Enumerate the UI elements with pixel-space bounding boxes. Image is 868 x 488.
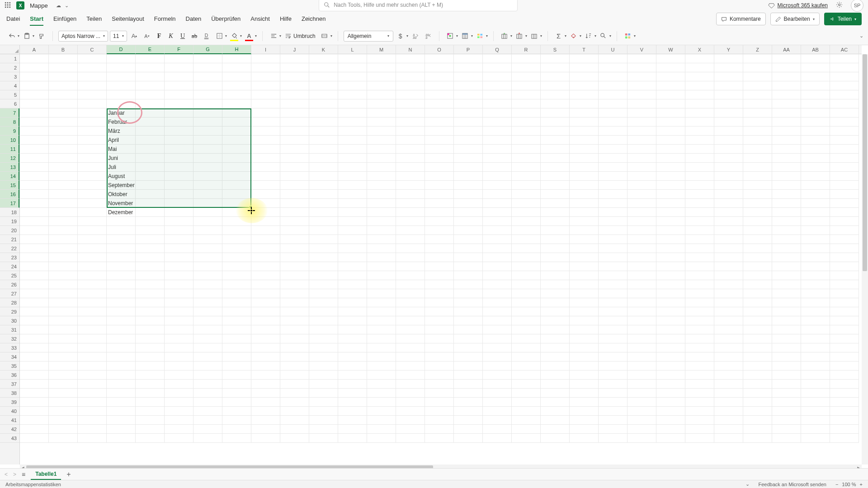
cell-D20[interactable]	[107, 226, 136, 235]
cell-A38[interactable]	[20, 389, 49, 398]
cell-Q1[interactable]	[483, 54, 512, 63]
cell-S8[interactable]	[541, 117, 570, 127]
cell-AA34[interactable]	[772, 352, 801, 361]
cell-Y5[interactable]	[714, 90, 743, 99]
cell-W3[interactable]	[656, 72, 685, 81]
cell-X9[interactable]	[685, 127, 714, 136]
cell-G11[interactable]	[193, 145, 222, 154]
cell-I34[interactable]	[251, 352, 280, 361]
cell-AC5[interactable]	[830, 90, 859, 99]
cell-M36[interactable]	[367, 371, 396, 380]
cell-H10[interactable]	[222, 136, 251, 145]
cell-K10[interactable]	[309, 136, 338, 145]
cell-O23[interactable]	[425, 253, 454, 262]
row-header-38[interactable]: 38	[0, 389, 19, 398]
cell-O3[interactable]	[425, 72, 454, 81]
cell-E8[interactable]	[136, 117, 165, 127]
cell-J4[interactable]	[280, 81, 309, 90]
cell-G42[interactable]	[193, 425, 222, 434]
cell-M2[interactable]	[367, 63, 396, 72]
cell-R36[interactable]	[512, 371, 541, 380]
cell-M6[interactable]	[367, 99, 396, 108]
cell-V17[interactable]	[627, 199, 656, 208]
cell-C29[interactable]	[78, 307, 107, 316]
cell-H12[interactable]	[222, 154, 251, 163]
zoom-level[interactable]: 100 %	[842, 482, 856, 487]
cell-A28[interactable]	[20, 298, 49, 307]
cell-E28[interactable]	[136, 298, 165, 307]
cell-D43[interactable]	[107, 434, 136, 443]
cell-S25[interactable]	[541, 271, 570, 280]
zoom-in-button[interactable]: +	[860, 482, 863, 487]
col-header-AC[interactable]: AC	[830, 45, 859, 54]
cell-F5[interactable]	[165, 90, 193, 99]
cell-Z19[interactable]	[743, 217, 772, 226]
cell-O42[interactable]	[425, 425, 454, 434]
cell-O39[interactable]	[425, 398, 454, 407]
cell-U4[interactable]	[599, 81, 627, 90]
cell-K25[interactable]	[309, 271, 338, 280]
cell-J33[interactable]	[280, 343, 309, 352]
cell-C26[interactable]	[78, 280, 107, 289]
cell-AB30[interactable]	[801, 316, 830, 325]
cell-S26[interactable]	[541, 280, 570, 289]
cell-Y29[interactable]	[714, 307, 743, 316]
cell-A14[interactable]	[20, 172, 49, 181]
cell-F21[interactable]	[165, 235, 193, 244]
cell-R37[interactable]	[512, 380, 541, 389]
cell-X43[interactable]	[685, 434, 714, 443]
cell-Q16[interactable]	[483, 190, 512, 199]
row-header-42[interactable]: 42	[0, 425, 19, 434]
cell-J26[interactable]	[280, 280, 309, 289]
cell-I3[interactable]	[251, 72, 280, 81]
cell-AA12[interactable]	[772, 154, 801, 163]
cell-Y30[interactable]	[714, 316, 743, 325]
cell-I40[interactable]	[251, 407, 280, 416]
cell-N29[interactable]	[396, 307, 425, 316]
cell-W23[interactable]	[656, 253, 685, 262]
row-header-31[interactable]: 31	[0, 325, 19, 334]
cell-Q2[interactable]	[483, 63, 512, 72]
cell-Z33[interactable]	[743, 343, 772, 352]
cell-W7[interactable]	[656, 108, 685, 117]
cell-R3[interactable]	[512, 72, 541, 81]
cell-T34[interactable]	[570, 352, 599, 361]
cell-P30[interactable]	[454, 316, 483, 325]
cell-L38[interactable]	[338, 389, 367, 398]
user-avatar[interactable]: SP	[851, 0, 863, 12]
cell-J23[interactable]	[280, 253, 309, 262]
cell-AB32[interactable]	[801, 334, 830, 343]
cell-U18[interactable]	[599, 208, 627, 217]
cells-area[interactable]: JanuarFebruarMärzAprilMaiJuniJuliAugustS…	[20, 54, 862, 465]
cell-AC33[interactable]	[830, 343, 859, 352]
cell-Y34[interactable]	[714, 352, 743, 361]
cell-J25[interactable]	[280, 271, 309, 280]
cell-M22[interactable]	[367, 244, 396, 253]
cell-H38[interactable]	[222, 389, 251, 398]
cell-P25[interactable]	[454, 271, 483, 280]
cell-G4[interactable]	[193, 81, 222, 90]
cell-AC17[interactable]	[830, 199, 859, 208]
cell-N5[interactable]	[396, 90, 425, 99]
cell-E2[interactable]	[136, 63, 165, 72]
cell-U13[interactable]	[599, 163, 627, 172]
cell-Z11[interactable]	[743, 145, 772, 154]
cell-V20[interactable]	[627, 226, 656, 235]
cell-W34[interactable]	[656, 352, 685, 361]
bold-button[interactable]: F	[154, 33, 164, 40]
cell-A5[interactable]	[20, 90, 49, 99]
cell-Z2[interactable]	[743, 63, 772, 72]
cell-AC40[interactable]	[830, 407, 859, 416]
cell-R15[interactable]	[512, 181, 541, 190]
cell-V31[interactable]	[627, 325, 656, 334]
cell-E4[interactable]	[136, 81, 165, 90]
cell-X19[interactable]	[685, 217, 714, 226]
cell-N36[interactable]	[396, 371, 425, 380]
cell-V32[interactable]	[627, 334, 656, 343]
cell-Q25[interactable]	[483, 271, 512, 280]
cell-Q12[interactable]	[483, 154, 512, 163]
cell-V43[interactable]	[627, 434, 656, 443]
cell-Y39[interactable]	[714, 398, 743, 407]
font-size-select[interactable]: 11▾	[110, 31, 127, 42]
cell-H22[interactable]	[222, 244, 251, 253]
